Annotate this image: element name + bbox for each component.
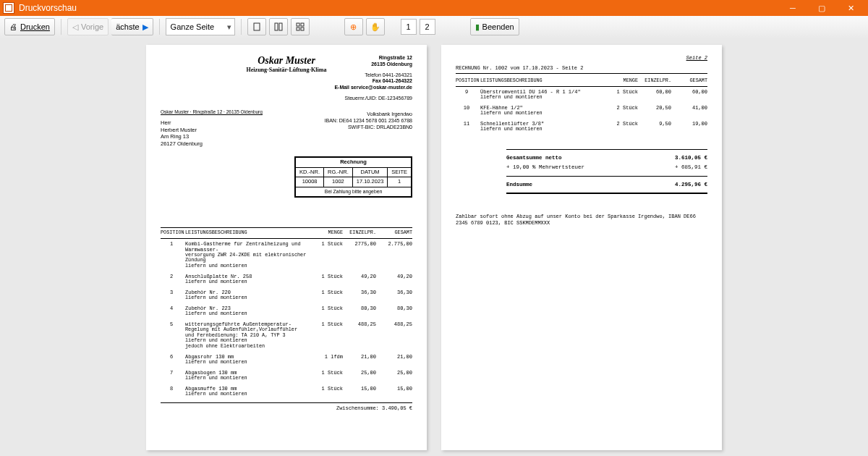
cell-price: 488,25 (343, 321, 376, 350)
page-total-box[interactable]: 2 (420, 19, 435, 35)
table-header: POSITION LEISTUNGSBESCHREIBUNG MENGE EIN… (161, 227, 412, 239)
cell-total: 41,00 (671, 105, 707, 117)
table-header-2: POSITION LEISTUNGSBESCHREIBUNG MENGE EIN… (456, 76, 707, 87)
col-price: EINZELPR. (343, 230, 376, 236)
cell-pos: 10 (456, 105, 477, 117)
subtotal-label: Zwischensumme: (336, 405, 379, 411)
cell-desc: Abgasmuffe 130 mmliefern und montieren (182, 386, 310, 397)
bank-bic: SWIFT-BIC: DRLADE23BN0 (325, 124, 412, 131)
h-date: DATUM (352, 167, 388, 177)
cell-price: 2775,00 (343, 241, 376, 270)
cell-total: 36,30 (376, 290, 412, 301)
h-rg: RG.-NR. (324, 167, 353, 177)
vat-value: + 685,91 € (657, 164, 707, 171)
col-desc-2: LEISTUNGSBESCHREIBUNG (477, 78, 605, 84)
bank-block: Volksbank Irgendwo IBAN: DE64 1234 5678 … (325, 111, 412, 130)
layout-grid-icon[interactable] (291, 18, 310, 35)
cell-total: 15,00 (376, 386, 412, 397)
minimize-button[interactable]: ─ (778, 0, 807, 16)
vat-label: + 19,00 % Mehrwertsteuer (456, 164, 657, 171)
final-value: 4.295,96 € (657, 182, 707, 188)
window-title: Druckvorschau (19, 3, 77, 13)
addr-city: 26135 Oldenburg (334, 62, 412, 68)
cell-price: 20,50 (638, 105, 671, 117)
company-taxid: Steuernr./UID: DE-123456789 (334, 96, 412, 102)
cell-qty: 1 Stück (605, 89, 638, 101)
cell-price: 15,00 (343, 386, 376, 397)
cell-qty: 2 Stück (605, 105, 638, 117)
recipient-l4: 26127 Oldenburg (161, 140, 412, 148)
cell-pos: 7 (161, 370, 182, 381)
close-window-button[interactable]: ✕ (836, 0, 865, 16)
table-row: 3Zubehör Nr. 220liefern und montieren1 S… (161, 287, 412, 303)
cell-qty: 1 Stück (310, 321, 343, 350)
col-price-2: EINZELPR. (638, 78, 671, 84)
next-label: ächste (116, 22, 139, 31)
zoom-tool-icon[interactable]: ⊕ (344, 18, 363, 35)
final-label: Endsumme (456, 182, 657, 188)
close-button[interactable]: ▮ Beenden (470, 18, 519, 35)
v-page: 1 (388, 177, 412, 187)
cell-price: 9,50 (638, 121, 671, 132)
page-current-box[interactable]: 1 (401, 19, 417, 35)
company-tel: Telefon 0441-264321 (334, 72, 412, 79)
cell-total: 2.775,00 (376, 241, 412, 270)
next-page-button[interactable]: ächste ▶ (111, 18, 153, 35)
cell-qty: 1 lfdm (310, 354, 343, 366)
netto-value: 3.610,05 € (657, 155, 707, 161)
cell-pos: 2 (161, 274, 182, 285)
invoice-meta-box: Rechnung KD.-NR. RG.-NR. DATUM SEITE 100… (294, 156, 412, 198)
table-row: 8Abgasmuffe 130 mmliefern und montieren1… (161, 384, 412, 400)
table-row: 9Überstromventil DU 146 - R 1 1/4"liefer… (456, 87, 707, 103)
preview-page-1[interactable]: Oskar Muster Heizung-Sanitär-Lüftung-Kli… (146, 45, 427, 450)
bank-name: Volksbank Irgendwo (325, 111, 412, 118)
toolbar: 🖨 Drucken ◁ Vorige ächste ▶ Ganze Seite … (0, 16, 868, 38)
door-exit-icon: ▮ (475, 22, 480, 32)
cell-pos: 5 (161, 321, 182, 350)
cell-desc: Zubehör Nr. 223liefern und montieren (182, 305, 310, 317)
cell-pos: 1 (161, 241, 182, 270)
pan-tool-icon[interactable]: ✋ (366, 18, 385, 35)
cell-price: 25,00 (343, 370, 376, 381)
col-pos: POSITION (161, 230, 182, 236)
cell-qty: 1 Stück (310, 305, 343, 317)
recipient-l3: Am Ring 13 (161, 133, 412, 140)
col-pos-2: POSITION (456, 78, 477, 84)
prev-label: Vorige (81, 22, 103, 31)
cell-pos: 6 (161, 354, 182, 366)
svg-rect-1 (275, 23, 278, 30)
v-date: 17.10.2023 (352, 177, 388, 187)
svg-rect-3 (297, 23, 299, 26)
cell-desc: Zubehör Nr. 220liefern und montieren (182, 290, 310, 301)
totals-block: Gesamtsumme netto3.610,05 € + 19,00 % Me… (456, 147, 707, 196)
company-fax: Fax 0441-264322 (334, 78, 412, 85)
page2-header: Seite 2 (456, 55, 707, 61)
col-qty-2: MENGE (605, 78, 638, 84)
cell-pos: 3 (161, 290, 182, 301)
zoom-select[interactable]: Ganze Seite (166, 18, 235, 35)
cell-qty: 1 Stück (310, 370, 343, 381)
maximize-button[interactable]: ▢ (807, 0, 836, 16)
zoom-select-value: Ganze Seite (171, 22, 215, 31)
cell-qty: 2 Stück (605, 121, 638, 132)
cell-price: 80,30 (343, 305, 376, 317)
layout-double-icon[interactable] (269, 18, 288, 35)
print-button[interactable]: 🖨 Drucken (4, 18, 55, 35)
email-label: E-Mail (334, 85, 351, 90)
cell-pos: 9 (456, 89, 477, 101)
cell-desc: KFE-Hähne 1/2"liefern und montieren (477, 105, 605, 117)
cell-desc: Anschlußplatte Nr. 258liefern und montie… (182, 274, 310, 285)
arrow-right-icon: ▶ (142, 22, 148, 32)
cell-price: 60,00 (638, 89, 671, 101)
svg-rect-2 (279, 23, 282, 30)
print-label: Drucken (20, 22, 50, 31)
invoice-note: Bei Zahlung bitte angeben (296, 187, 412, 196)
layout-single-icon[interactable] (247, 18, 266, 35)
netto-label: Gesamtsumme netto (456, 155, 657, 161)
company-email: service@oskar-muster.de (351, 85, 412, 90)
cell-desc: Schnellentlüfter 3/8"liefern und montier… (477, 121, 605, 132)
preview-page-2[interactable]: Seite 2 RECHNUNG Nr. 1002 vom 17.10.2023… (441, 45, 722, 450)
col-qty: MENGE (310, 230, 343, 236)
subtotal-value: 3.490,05 € (382, 405, 412, 411)
prev-page-button[interactable]: ◁ Vorige (67, 18, 109, 35)
